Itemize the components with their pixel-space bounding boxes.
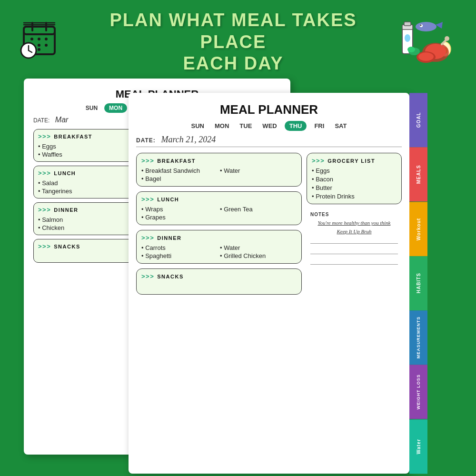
svg-point-20 [405,34,410,42]
front-content: >>> BREAKFAST Breakfast Sandwich Water B… [136,153,402,299]
front-lunch-section: >>> LUNCH Wraps Green Tea Grapes [136,191,302,225]
svg-rect-19 [404,22,411,26]
svg-point-11 [45,44,48,47]
svg-point-13 [38,48,40,51]
svg-point-21 [416,22,436,31]
front-dinner-section: >>> DINNER Carrots Water Spaghetti Grill… [136,230,302,264]
calendar-icon [19,18,67,66]
front-left: >>> BREAKFAST Breakfast Sandwich Water B… [136,153,302,299]
svg-point-32 [418,52,434,61]
front-right: >>> GROCERY LIST Eggs Bacon Butter Prote… [307,153,402,299]
svg-point-34 [407,47,415,52]
front-card: MEAL PLANNER SUN MON TUE WED THU FRI SAT… [129,93,409,474]
svg-rect-1 [24,27,55,34]
food-icon [400,18,457,66]
svg-point-24 [420,25,422,26]
svg-marker-22 [436,22,443,29]
header-title: PLAN WHAT MEAL TAKES PLACE EACH DAY [76,10,390,75]
front-snacks-section: >>> SNACKS [136,268,302,295]
page-header: PLAN WHAT MEAL TAKES PLACE EACH DAY [0,10,476,75]
back-day-sun: SUN [83,103,100,113]
front-days-row: SUN MON TUE WED THU FRI SAT [136,121,402,131]
tab-workout: Workout [409,202,427,256]
front-day-fri: FRI [311,121,327,131]
tab-weightloss: WEIGHT LOSS [409,365,427,419]
front-date-row: DATE: March 21, 2024 [136,135,402,147]
back-day-mon: MON [104,103,127,113]
front-planner-title: MEAL PLANNER [136,102,402,117]
svg-point-8 [45,38,48,40]
front-day-sun: SUN [188,121,207,131]
front-day-sat: SAT [332,121,349,131]
front-day-tue: TUE [237,121,255,131]
tab-water: Water [409,419,427,474]
tab-measurements: MEASUREMENTS [409,310,427,365]
front-day-mon: MON [212,121,232,131]
svg-point-7 [38,38,40,40]
grocery-section: >>> GROCERY LIST Eggs Bacon Butter Prote… [307,153,402,204]
front-tab-strip: GOAL MEALS Workout HABITS MEASUREMENTS W… [409,93,427,474]
cards-container: MEAL PLANNER SUN MON TUE WED THU FRI SAT… [24,79,466,466]
tab-goal: GOAL [409,93,427,147]
front-day-wed: WED [259,121,279,131]
notes-section: NOTES You're more healthy than you think… [307,209,402,271]
svg-point-30 [445,36,449,41]
front-breakfast-section: >>> BREAKFAST Breakfast Sandwich Water B… [136,153,302,187]
svg-point-6 [30,38,33,40]
front-day-thu: THU [285,121,307,131]
tab-habits: HABITS [409,256,427,310]
svg-point-10 [38,44,40,47]
tab-meals: MEALS [409,147,427,201]
